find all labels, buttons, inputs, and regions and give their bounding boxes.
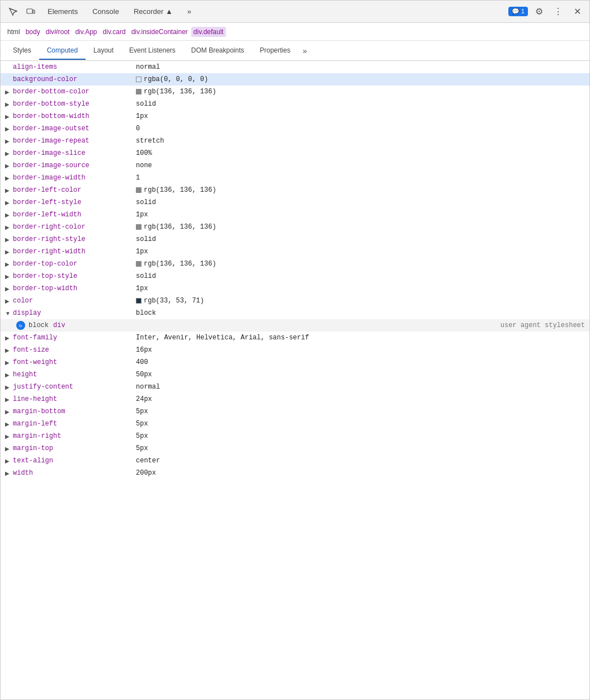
property-name: border-top-style [13, 272, 136, 280]
tab-elements[interactable]: Elements [41, 5, 84, 18]
property-row[interactable]: ▶border-image-slice100% [1, 147, 589, 159]
property-value: solid [136, 100, 156, 108]
property-name: border-image-slice [13, 149, 136, 157]
property-value: solid [136, 272, 156, 280]
breadcrumb-app[interactable]: div.App [73, 27, 99, 37]
expand-arrow-icon: ▶ [5, 89, 13, 95]
breadcrumb-inside-container[interactable]: div.insideContainer [129, 27, 190, 37]
property-row[interactable]: ▶border-right-colorrgb(136, 136, 136) [1, 221, 589, 233]
property-row[interactable]: ▶border-image-sourcenone [1, 159, 589, 172]
property-name: font-weight [13, 358, 136, 366]
property-row[interactable]: ▶margin-top5px [1, 442, 589, 455]
breadcrumb-card[interactable]: div.card [101, 27, 128, 37]
property-value: Inter, Avenir, Helvetica, Arial, sans-se… [136, 334, 309, 342]
property-row[interactable]: ▶border-left-colorrgb(136, 136, 136) [1, 184, 589, 196]
property-row[interactable]: ▶border-left-width1px [1, 209, 589, 221]
property-name: justify-content [13, 383, 136, 391]
property-row[interactable]: ▶justify-contentnormal [1, 381, 589, 393]
property-row[interactable]: align-itemsnormal [1, 61, 589, 73]
tab-more[interactable]: » [181, 5, 198, 18]
expand-arrow-icon: ▶ [5, 360, 13, 366]
tab-console[interactable]: Console [86, 5, 126, 18]
expand-arrow-icon: ▶ [5, 384, 13, 390]
expand-arrow-icon: ▶ [5, 286, 13, 292]
property-name: background-color [13, 75, 136, 83]
property-row[interactable]: ▶font-size16px [1, 344, 589, 356]
close-icon[interactable]: ✕ [569, 4, 585, 20]
expand-arrow-icon: ▶ [5, 249, 13, 255]
expand-arrow-icon: ▶ [5, 470, 13, 476]
device-toggle-icon[interactable] [23, 4, 39, 20]
expand-arrow-icon: ▶ [5, 396, 13, 403]
expand-arrow-icon: ▶ [5, 175, 13, 181]
property-value: 50px [136, 371, 152, 379]
property-row[interactable]: ▶border-image-width1 [1, 172, 589, 184]
property-value: solid [136, 235, 156, 243]
property-row[interactable]: ▶border-left-stylesolid [1, 196, 589, 209]
breadcrumb-body[interactable]: body [23, 27, 43, 37]
property-name: margin-bottom [13, 408, 136, 415]
settings-icon[interactable]: ⚙ [531, 4, 547, 20]
property-row[interactable]: ▶border-right-stylesolid [1, 233, 589, 245]
property-row[interactable]: ▶height50px [1, 368, 589, 381]
expand-arrow-icon: ▶ [5, 446, 13, 452]
subtab-properties[interactable]: Properties [252, 42, 299, 60]
subtab-computed[interactable]: Computed [39, 42, 86, 60]
property-row[interactable]: ▶font-familyInter, Avenir, Helvetica, Ar… [1, 332, 589, 344]
expand-arrow-icon: ▼ [5, 310, 13, 316]
property-value: 100% [136, 149, 152, 157]
breadcrumb-html[interactable]: html [5, 27, 22, 37]
property-row[interactable]: ▶width200px [1, 467, 589, 479]
property-row[interactable]: ▶margin-right5px [1, 430, 589, 442]
property-name: display [13, 309, 136, 317]
property-row[interactable]: ▶border-top-width1px [1, 282, 589, 295]
color-swatch [136, 77, 141, 82]
property-row[interactable]: ▶border-top-colorrgb(136, 136, 136) [1, 258, 589, 270]
property-value: 16px [136, 346, 152, 354]
property-row[interactable]: ▶border-image-repeatstretch [1, 135, 589, 147]
property-row[interactable]: ▶border-bottom-width1px [1, 110, 589, 122]
color-swatch [136, 224, 141, 230]
property-name: border-image-width [13, 174, 136, 182]
property-value: 1px [136, 211, 148, 219]
subtab-layout[interactable]: Layout [86, 42, 121, 60]
property-value: normal [136, 383, 160, 391]
inspect-icon[interactable] [5, 4, 21, 20]
breadcrumb-root[interactable]: div#root [44, 27, 72, 37]
property-value: 400 [136, 358, 148, 366]
subtab-event-listeners[interactable]: Event Listeners [121, 42, 183, 60]
property-name: margin-top [13, 444, 136, 452]
property-name: text-align [13, 457, 136, 465]
property-value: none [136, 162, 152, 169]
property-row[interactable]: ▶border-bottom-stylesolid [1, 98, 589, 110]
subtabs-bar: Styles Computed Layout Event Listeners D… [1, 41, 589, 61]
subtab-more[interactable]: » [298, 44, 311, 58]
property-row[interactable]: ▶border-bottom-colorrgb(136, 136, 136) [1, 86, 589, 98]
property-row[interactable]: ▼displayblock [1, 307, 589, 319]
property-row[interactable]: ▶margin-left5px [1, 418, 589, 430]
property-row[interactable]: background-colorrgba(0, 0, 0, 0) [1, 73, 589, 86]
property-row[interactable]: ▶colorrgb(33, 53, 71) [1, 295, 589, 307]
property-value: 1px [136, 285, 148, 292]
property-row[interactable]: ▶text-aligncenter [1, 455, 589, 467]
expanded-source: user agent stylesheet [501, 321, 585, 329]
property-row[interactable]: ▶border-top-stylesolid [1, 270, 589, 282]
tab-recorder[interactable]: Recorder ▲ [127, 5, 180, 18]
property-row[interactable]: ▶margin-bottom5px [1, 405, 589, 418]
more-options-icon[interactable]: ⋮ [550, 4, 566, 20]
notification-badge[interactable]: 💬 1 [508, 7, 528, 16]
property-value: rgb(136, 136, 136) [136, 186, 216, 194]
subtab-styles[interactable]: Styles [5, 42, 39, 60]
property-name: border-bottom-color [13, 88, 136, 96]
property-row[interactable]: ▶line-height24px [1, 393, 589, 405]
breadcrumb-default[interactable]: div.default [191, 27, 226, 37]
property-value: 5px [136, 420, 148, 428]
property-row[interactable]: ▶border-image-outset0 [1, 122, 589, 135]
property-row[interactable]: ▶border-right-width1px [1, 245, 589, 258]
property-name: border-bottom-width [13, 112, 136, 120]
property-value: rgb(33, 53, 71) [136, 297, 204, 305]
expand-arrow-icon: ▶ [5, 372, 13, 378]
subtab-dom-breakpoints[interactable]: DOM Breakpoints [183, 42, 252, 60]
property-name: border-bottom-style [13, 100, 136, 108]
property-row[interactable]: ▶font-weight400 [1, 356, 589, 368]
